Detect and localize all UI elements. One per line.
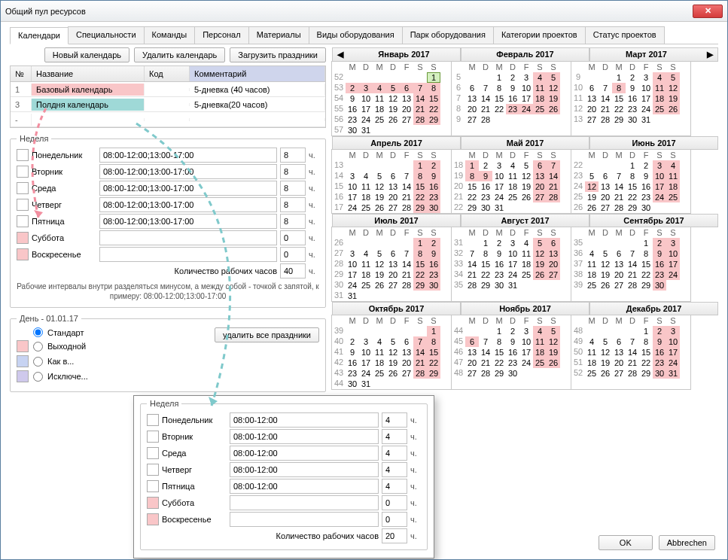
calendar-day[interactable]: 24 xyxy=(653,192,666,202)
calendar-day[interactable]: 13 xyxy=(612,347,626,358)
calendar-day[interactable]: 14 xyxy=(479,347,492,358)
calendar-day[interactable]: 25 xyxy=(666,192,680,202)
calendar-day[interactable]: 11 xyxy=(585,259,599,269)
calendar-day[interactable]: 27 xyxy=(465,114,479,125)
calendar-day[interactable]: 23 xyxy=(506,358,519,368)
calendar-day[interactable]: 19 xyxy=(547,347,560,358)
calendar-day[interactable]: 26 xyxy=(533,269,547,280)
calendar-day[interactable]: 12 xyxy=(386,347,400,358)
hours-input[interactable] xyxy=(280,148,306,163)
month-grid[interactable]: MDMDFSS131214345678915101112131415161617… xyxy=(331,149,452,214)
calendar-day[interactable]: 20 xyxy=(612,269,626,280)
calendar-day[interactable]: 30 xyxy=(427,280,440,291)
calendar-day[interactable]: 27 xyxy=(612,368,626,379)
calendar-day[interactable]: 24 xyxy=(359,114,373,125)
calendar-day[interactable]: 27 xyxy=(585,114,599,125)
calendar-day[interactable]: 11 xyxy=(373,347,386,358)
month-grid[interactable]: MDMDFSS261227345678928101112131415162917… xyxy=(331,227,452,302)
calendar-day[interactable]: 19 xyxy=(373,269,386,280)
calendar-day[interactable]: 26 xyxy=(666,104,680,114)
calendar-day[interactable]: 12 xyxy=(666,83,680,93)
calendar-day[interactable]: 30 xyxy=(346,379,359,389)
calendar-day[interactable]: 6 xyxy=(612,248,626,259)
hours-input[interactable] xyxy=(280,214,306,229)
calendar-day[interactable]: 11 xyxy=(519,248,533,259)
radio-weekend[interactable] xyxy=(33,342,43,352)
hours-input[interactable] xyxy=(280,247,306,262)
calendar-day[interactable]: 5 xyxy=(547,326,560,336)
calendar-day[interactable]: 22 xyxy=(465,192,479,202)
calendar-day[interactable]: 14 xyxy=(626,347,639,358)
month-grid[interactable]: MDMDFSS441234545678910111246131415161718… xyxy=(451,315,571,390)
calendar-day[interactable]: 9 xyxy=(427,171,440,181)
calendar-day[interactable]: 4 xyxy=(359,248,373,259)
calendar-day[interactable]: 8 xyxy=(413,171,427,181)
calendar-day[interactable]: 13 xyxy=(400,347,413,358)
calendar-day[interactable]: 21 xyxy=(479,358,492,368)
calendar-day[interactable]: 6 xyxy=(612,336,626,347)
calendar-day[interactable]: 4 xyxy=(585,248,599,259)
calendar-day[interactable]: 10 xyxy=(639,83,653,93)
calendar-day[interactable]: 31 xyxy=(506,280,519,291)
calendar-day[interactable]: 24 xyxy=(359,368,373,379)
calendar-day[interactable]: 4 xyxy=(373,83,386,93)
calendar-day[interactable]: 17 xyxy=(519,347,533,358)
calendar-day[interactable]: 13 xyxy=(585,93,599,104)
calendar-day[interactable]: 24 xyxy=(639,104,653,114)
calendar-day[interactable]: 1 xyxy=(639,326,653,336)
calendar-day[interactable]: 31 xyxy=(666,368,680,379)
hours-input[interactable] xyxy=(382,429,407,444)
calendar-day[interactable]: 12 xyxy=(585,181,599,192)
calendar-day[interactable]: 24 xyxy=(666,269,680,280)
calendar-day[interactable]: 5 xyxy=(599,336,612,347)
calendar-day[interactable]: 8 xyxy=(639,336,653,347)
calendar-day[interactable]: 14 xyxy=(400,181,413,192)
calendar-day[interactable]: 20 xyxy=(585,104,599,114)
calendar-day[interactable]: 9 xyxy=(653,248,666,259)
time-input[interactable] xyxy=(230,429,379,444)
radio-standard[interactable] xyxy=(33,327,43,337)
calendar-day[interactable]: 18 xyxy=(373,358,386,368)
calendar-day[interactable]: 2 xyxy=(346,83,359,93)
calendar-day[interactable]: 22 xyxy=(427,358,440,368)
calendar-day[interactable]: 25 xyxy=(359,280,373,291)
calendar-day[interactable]: 16 xyxy=(346,358,359,368)
calendar-day[interactable]: 29 xyxy=(626,202,639,213)
calendar-day[interactable]: 13 xyxy=(400,93,413,104)
calendar-day[interactable]: 5 xyxy=(547,72,560,83)
calendar-day[interactable]: 29 xyxy=(639,368,653,379)
calendar-day[interactable]: 30 xyxy=(639,202,653,213)
calendar-day[interactable]: 25 xyxy=(359,202,373,213)
time-input[interactable] xyxy=(99,197,277,212)
calendar-day[interactable]: 18 xyxy=(585,269,599,280)
calendar-day[interactable]: 18 xyxy=(359,192,373,202)
calendar-day[interactable]: 24 xyxy=(519,358,533,368)
calendar-day[interactable]: 21 xyxy=(626,358,639,368)
calendar-day[interactable]: 21 xyxy=(413,104,427,114)
calendar-day[interactable]: 26 xyxy=(599,280,612,291)
calendar-day[interactable]: 7 xyxy=(547,160,560,171)
calendar-day[interactable]: 19 xyxy=(519,181,533,192)
calendar-day[interactable]: 23 xyxy=(639,192,653,202)
col-num[interactable]: № xyxy=(11,66,32,81)
time-input[interactable] xyxy=(230,462,379,477)
calendar-day[interactable]: 26 xyxy=(547,358,560,368)
calendar-day[interactable]: 16 xyxy=(506,93,519,104)
calendar-day[interactable]: 25 xyxy=(506,192,519,202)
calendar-day[interactable]: 23 xyxy=(506,104,519,114)
calendar-day[interactable]: 1 xyxy=(639,238,653,248)
calendar-day[interactable]: 29 xyxy=(465,202,479,213)
calendar-day[interactable]: 2 xyxy=(427,238,440,248)
calendar-day[interactable]: 3 xyxy=(492,160,506,171)
calendar-day[interactable]: 20 xyxy=(386,269,400,280)
calendar-day[interactable]: 8 xyxy=(427,83,440,93)
calendar-day[interactable]: 9 xyxy=(346,347,359,358)
calendar-day[interactable]: 14 xyxy=(599,93,612,104)
tab-equip-park[interactable]: Парк оборудования xyxy=(402,26,494,44)
calendar-day[interactable]: 25 xyxy=(373,368,386,379)
calendar-day[interactable]: 12 xyxy=(519,171,533,181)
calendar-day[interactable]: 29 xyxy=(413,202,427,213)
calendar-day[interactable]: 17 xyxy=(666,347,680,358)
calendar-day[interactable]: 21 xyxy=(400,192,413,202)
calendar-day[interactable]: 4 xyxy=(585,336,599,347)
